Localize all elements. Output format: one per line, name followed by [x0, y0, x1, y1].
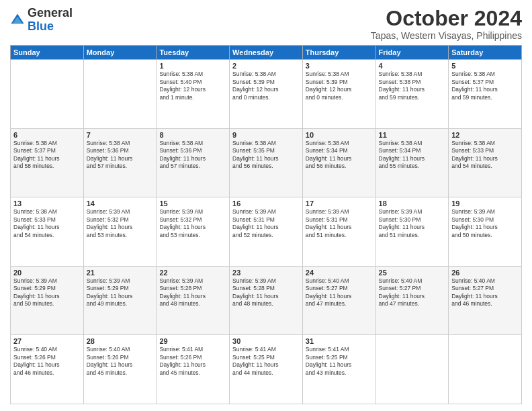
day-number: 20 [13, 269, 81, 277]
calendar-cell: 10Sunrise: 5:38 AM Sunset: 5:34 PM Dayli… [302, 128, 375, 197]
calendar-cell: 20Sunrise: 5:39 AM Sunset: 5:29 PM Dayli… [11, 266, 84, 335]
calendar-cell [449, 335, 522, 404]
day-number: 3 [306, 62, 373, 70]
location-title: Tapas, Western Visayas, Philippines [371, 30, 522, 41]
day-info: Sunrise: 5:38 AM Sunset: 5:37 PM Dayligh… [451, 71, 519, 101]
calendar-cell: 9Sunrise: 5:38 AM Sunset: 5:35 PM Daylig… [230, 128, 303, 197]
day-info: Sunrise: 5:40 AM Sunset: 5:26 PM Dayligh… [13, 346, 81, 377]
day-number: 8 [159, 131, 226, 139]
day-info: Sunrise: 5:38 AM Sunset: 5:39 PM Dayligh… [232, 71, 300, 101]
day-number: 7 [87, 131, 154, 139]
calendar-cell: 5Sunrise: 5:38 AM Sunset: 5:37 PM Daylig… [449, 60, 522, 129]
weekday-header-cell: Wednesday [230, 46, 303, 60]
calendar-week-row: 6Sunrise: 5:38 AM Sunset: 5:37 PM Daylig… [11, 128, 522, 197]
calendar-cell: 17Sunrise: 5:39 AM Sunset: 5:31 PM Dayli… [302, 197, 375, 267]
day-number: 22 [159, 269, 226, 277]
day-number: 15 [159, 199, 226, 208]
calendar-cell: 26Sunrise: 5:40 AM Sunset: 5:27 PM Dayli… [449, 266, 522, 335]
calendar-cell: 21Sunrise: 5:39 AM Sunset: 5:29 PM Dayli… [83, 266, 157, 335]
day-number: 27 [13, 337, 81, 345]
calendar-cell: 16Sunrise: 5:39 AM Sunset: 5:31 PM Dayli… [230, 197, 303, 267]
calendar-cell: 27Sunrise: 5:40 AM Sunset: 5:26 PM Dayli… [11, 335, 84, 404]
calendar-cell: 6Sunrise: 5:38 AM Sunset: 5:37 PM Daylig… [11, 128, 84, 197]
weekday-header-cell: Sunday [11, 46, 84, 60]
day-info: Sunrise: 5:39 AM Sunset: 5:28 PM Dayligh… [159, 277, 226, 308]
day-number: 14 [87, 199, 154, 208]
day-info: Sunrise: 5:40 AM Sunset: 5:27 PM Dayligh… [306, 277, 373, 308]
day-info: Sunrise: 5:38 AM Sunset: 5:38 PM Dayligh… [379, 71, 446, 101]
calendar-cell: 22Sunrise: 5:39 AM Sunset: 5:28 PM Dayli… [157, 266, 230, 335]
calendar-week-row: 1Sunrise: 5:38 AM Sunset: 5:40 PM Daylig… [11, 60, 522, 129]
month-title: October 2024 [371, 7, 522, 30]
calendar-cell: 23Sunrise: 5:39 AM Sunset: 5:28 PM Dayli… [230, 266, 303, 335]
logo-text: General Blue [28, 7, 73, 34]
calendar-cell: 14Sunrise: 5:39 AM Sunset: 5:32 PM Dayli… [83, 197, 157, 267]
day-info: Sunrise: 5:38 AM Sunset: 5:34 PM Dayligh… [306, 140, 373, 171]
day-number: 31 [306, 337, 373, 345]
day-info: Sunrise: 5:39 AM Sunset: 5:28 PM Dayligh… [232, 277, 300, 308]
day-number: 16 [232, 199, 300, 208]
weekday-header-cell: Thursday [302, 46, 375, 60]
day-number: 10 [306, 131, 373, 139]
calendar-cell: 24Sunrise: 5:40 AM Sunset: 5:27 PM Dayli… [302, 266, 375, 335]
weekday-header-cell: Monday [83, 46, 157, 60]
day-info: Sunrise: 5:41 AM Sunset: 5:25 PM Dayligh… [306, 346, 373, 377]
day-info: Sunrise: 5:38 AM Sunset: 5:33 PM Dayligh… [13, 208, 81, 239]
weekday-header-cell: Tuesday [157, 46, 230, 60]
day-info: Sunrise: 5:40 AM Sunset: 5:27 PM Dayligh… [451, 277, 519, 308]
day-number: 24 [306, 269, 373, 277]
calendar-cell: 8Sunrise: 5:38 AM Sunset: 5:36 PM Daylig… [157, 128, 230, 197]
day-number: 17 [306, 199, 373, 208]
day-info: Sunrise: 5:39 AM Sunset: 5:30 PM Dayligh… [451, 208, 519, 239]
day-info: Sunrise: 5:38 AM Sunset: 5:35 PM Dayligh… [232, 140, 300, 171]
day-number: 2 [232, 62, 300, 70]
day-info: Sunrise: 5:39 AM Sunset: 5:31 PM Dayligh… [232, 208, 300, 239]
calendar-week-row: 27Sunrise: 5:40 AM Sunset: 5:26 PM Dayli… [11, 335, 522, 404]
logo: General Blue [10, 7, 73, 34]
calendar-week-row: 13Sunrise: 5:38 AM Sunset: 5:33 PM Dayli… [11, 197, 522, 267]
day-info: Sunrise: 5:38 AM Sunset: 5:40 PM Dayligh… [159, 71, 226, 101]
weekday-header-row: SundayMondayTuesdayWednesdayThursdayFrid… [11, 46, 522, 60]
logo-general: General [28, 6, 73, 19]
day-number: 4 [379, 62, 446, 70]
calendar-cell: 3Sunrise: 5:38 AM Sunset: 5:39 PM Daylig… [302, 60, 375, 129]
calendar-cell: 28Sunrise: 5:40 AM Sunset: 5:26 PM Dayli… [83, 335, 157, 404]
day-info: Sunrise: 5:39 AM Sunset: 5:29 PM Dayligh… [13, 277, 81, 308]
page: General Blue October 2024 Tapas, Western… [0, 0, 532, 411]
calendar-cell: 29Sunrise: 5:41 AM Sunset: 5:26 PM Dayli… [157, 335, 230, 404]
header-right: October 2024 Tapas, Western Visayas, Phi… [371, 7, 522, 41]
day-number: 19 [451, 199, 519, 208]
day-number: 28 [87, 337, 154, 345]
header: General Blue October 2024 Tapas, Western… [10, 7, 522, 41]
day-info: Sunrise: 5:39 AM Sunset: 5:31 PM Dayligh… [306, 208, 373, 239]
day-info: Sunrise: 5:39 AM Sunset: 5:32 PM Dayligh… [159, 208, 226, 239]
day-number: 23 [232, 269, 300, 277]
day-info: Sunrise: 5:39 AM Sunset: 5:29 PM Dayligh… [87, 277, 154, 308]
day-number: 29 [159, 337, 226, 345]
day-number: 11 [379, 131, 446, 139]
calendar-cell: 25Sunrise: 5:40 AM Sunset: 5:27 PM Dayli… [375, 266, 449, 335]
day-number: 25 [379, 269, 446, 277]
calendar-body: 1Sunrise: 5:38 AM Sunset: 5:40 PM Daylig… [11, 60, 522, 404]
day-number: 18 [379, 199, 446, 208]
calendar-cell: 18Sunrise: 5:39 AM Sunset: 5:30 PM Dayli… [375, 197, 449, 267]
calendar-cell: 4Sunrise: 5:38 AM Sunset: 5:38 PM Daylig… [375, 60, 449, 129]
calendar-cell [11, 60, 84, 129]
calendar-cell [375, 335, 449, 404]
calendar-cell: 11Sunrise: 5:38 AM Sunset: 5:34 PM Dayli… [375, 128, 449, 197]
day-info: Sunrise: 5:38 AM Sunset: 5:37 PM Dayligh… [13, 140, 81, 171]
day-info: Sunrise: 5:39 AM Sunset: 5:30 PM Dayligh… [379, 208, 446, 239]
day-info: Sunrise: 5:38 AM Sunset: 5:34 PM Dayligh… [379, 140, 446, 171]
day-info: Sunrise: 5:40 AM Sunset: 5:27 PM Dayligh… [379, 277, 446, 308]
calendar-cell: 15Sunrise: 5:39 AM Sunset: 5:32 PM Dayli… [157, 197, 230, 267]
calendar-cell: 12Sunrise: 5:38 AM Sunset: 5:33 PM Dayli… [449, 128, 522, 197]
day-number: 1 [159, 62, 226, 70]
calendar-cell: 13Sunrise: 5:38 AM Sunset: 5:33 PM Dayli… [11, 197, 84, 267]
day-number: 5 [451, 62, 519, 70]
day-info: Sunrise: 5:41 AM Sunset: 5:25 PM Dayligh… [232, 346, 300, 377]
day-info: Sunrise: 5:38 AM Sunset: 5:33 PM Dayligh… [451, 140, 519, 171]
calendar-cell [83, 60, 157, 129]
day-info: Sunrise: 5:38 AM Sunset: 5:36 PM Dayligh… [159, 140, 226, 171]
day-number: 26 [451, 269, 519, 277]
day-number: 12 [451, 131, 519, 139]
